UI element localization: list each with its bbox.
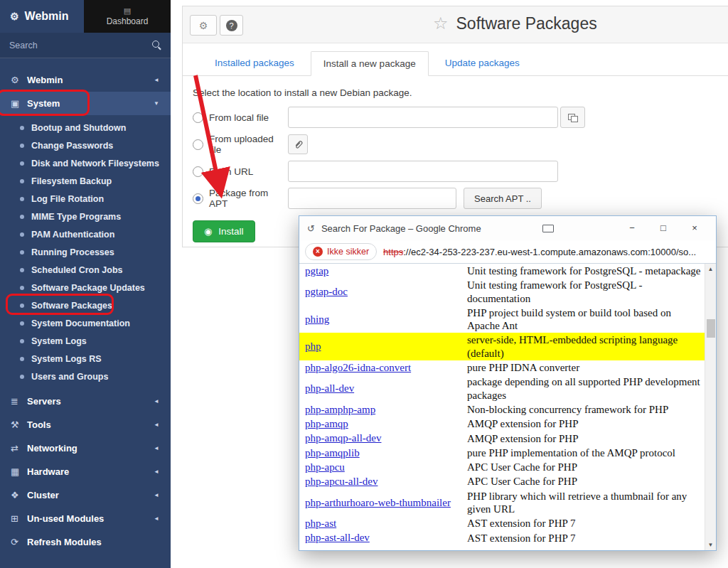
sidebar-subitem[interactable]: Running Processes: [0, 243, 171, 261]
sidebar-subitem[interactable]: System Documentation: [0, 314, 171, 332]
sidebar-subitem[interactable]: MIME Type Programs: [0, 208, 171, 225]
upload-file-button[interactable]: [288, 134, 308, 154]
bullet-icon: [20, 197, 24, 201]
bullet-icon: [20, 375, 24, 379]
package-row: php-amqplib pure PHP implementation of t…: [299, 446, 705, 460]
tools-icon: ⚒: [11, 419, 27, 430]
module-config-button[interactable]: ⚙: [190, 15, 217, 36]
tab[interactable]: Update packages: [433, 51, 532, 75]
sidebar-subitem[interactable]: Software Packages: [0, 296, 171, 314]
package-row: pgtap-doc Unit testing framework for Pos…: [299, 278, 705, 306]
package-link[interactable]: php-apcu: [305, 461, 467, 473]
sidebar-subitem[interactable]: System Logs: [0, 332, 171, 350]
sidebar-subitem[interactable]: Software Package Updates: [0, 279, 171, 296]
scrollbar[interactable]: ▲ ▼: [705, 264, 716, 550]
package-link[interactable]: phing: [305, 314, 467, 326]
help-button[interactable]: ?: [220, 15, 243, 36]
package-description: PHP library which will retrieve a thumbn…: [467, 490, 702, 516]
gear-icon: ⚙: [199, 20, 208, 31]
sidebar-subitem[interactable]: Change Passwords: [0, 136, 171, 154]
sidebar-subitem[interactable]: PAM Authentication: [0, 225, 171, 243]
sidebar-item[interactable]: ⊞ Un-used Modules ◄: [0, 507, 171, 530]
package-link[interactable]: php-amqp: [305, 418, 467, 430]
sidebar-item[interactable]: ≣ Servers ◄: [0, 390, 171, 413]
sidebar-subitem[interactable]: Log File Rotation: [0, 190, 171, 208]
tab[interactable]: Install a new package: [311, 51, 429, 76]
sidebar-subitem[interactable]: Filesystem Backup: [0, 172, 171, 190]
package-description: AMQP extension for PHP: [467, 432, 702, 445]
radio-from-local-file[interactable]: [193, 112, 203, 123]
search-apt-button[interactable]: Search APT ..: [464, 188, 542, 209]
local-file-input[interactable]: [288, 107, 558, 128]
sidebar-item[interactable]: ⟳ Refresh Modules ◄: [0, 530, 171, 554]
brand-label: Webmin: [25, 10, 69, 23]
package-link[interactable]: php-amqplib: [305, 447, 467, 459]
package-link[interactable]: php: [305, 341, 467, 353]
favorite-star-icon[interactable]: ☆: [433, 14, 449, 33]
sidebar-item[interactable]: ⚒ Tools ◄: [0, 413, 171, 436]
url-scheme: https: [383, 247, 403, 257]
sidebar-item[interactable]: ▦ Hardware ◄: [0, 460, 171, 483]
webmin-brand[interactable]: ⚙ Webmin: [0, 0, 84, 33]
file-chooser-button[interactable]: [560, 107, 585, 128]
close-button[interactable]: ×: [679, 216, 710, 240]
security-chip[interactable]: × Ikke sikker: [305, 243, 377, 260]
bullet-icon: [20, 304, 24, 308]
sidebar-item-webmin[interactable]: ⚙ Webmin ◄: [0, 68, 171, 92]
package-link[interactable]: php-ast: [305, 518, 467, 530]
package-link[interactable]: pgtap-doc: [305, 286, 467, 298]
bullet-icon: [20, 357, 24, 361]
radio-from-url[interactable]: [193, 166, 203, 177]
package-link[interactable]: php-apcu-all-dev: [305, 476, 467, 488]
sidebar-subitem[interactable]: Disk and Network Filesystems: [0, 154, 171, 172]
sidebar-subitem[interactable]: Scheduled Cron Jobs: [0, 261, 171, 279]
tab[interactable]: Installed packages: [203, 51, 306, 75]
sidebar-subitem[interactable]: Users and Groups: [0, 368, 171, 385]
radio-package-from-apt[interactable]: [193, 193, 203, 204]
scrollbar-thumb[interactable]: [707, 319, 715, 338]
search-input[interactable]: [0, 33, 171, 58]
chevron-left-icon: ◄: [154, 77, 159, 83]
package-row: php-arthurhoaro-web-thumbnailer PHP libr…: [299, 489, 705, 517]
sidebar-subitem[interactable]: System Logs RS: [0, 350, 171, 368]
scroll-up-icon[interactable]: ▲: [705, 264, 716, 274]
package-row: php-ast AST extension for PHP 7: [299, 516, 705, 530]
minimize-button[interactable]: −: [616, 216, 648, 240]
sidebar-item[interactable]: ❖ Cluster ◄: [0, 483, 171, 507]
package-description: Unit testing framework for PostgreSQL - …: [467, 264, 702, 277]
sidebar-item-system[interactable]: ▣ System ▼: [0, 92, 171, 115]
url-text[interactable]: https://ec2-34-253-223-237.eu-west-1.com…: [383, 247, 696, 257]
popup-urlbar: × Ikke sikker https://ec2-34-253-223-237…: [299, 240, 716, 264]
install-button[interactable]: ◉ Install: [193, 220, 255, 242]
maximize-button[interactable]: □: [648, 216, 679, 240]
chevron-left-icon: ◄: [154, 492, 159, 498]
package-link[interactable]: php-ast-all-dev: [305, 532, 467, 544]
package-results: pgtap Unit testing framework for Postgre…: [299, 264, 716, 550]
popup-titlebar[interactable]: ↺ Search For Package – Google Chrome − □…: [299, 216, 716, 240]
form-intro: Select the location to install a new Deb…: [193, 87, 728, 98]
cluster-icon: ❖: [11, 490, 27, 500]
package-link[interactable]: pgtap: [305, 265, 467, 277]
package-description: APC User Cache for PHP: [467, 475, 702, 488]
bullet-icon: [20, 250, 24, 254]
url-input[interactable]: [288, 161, 558, 182]
bullet-icon: [20, 232, 24, 237]
scroll-down-icon[interactable]: ▼: [705, 540, 716, 550]
sidebar-subitem[interactable]: Bootup and Shutdown: [0, 119, 171, 136]
apt-package-input[interactable]: [288, 188, 456, 209]
package-link[interactable]: php-amphp-amp: [305, 404, 467, 416]
radio-from-uploaded-file[interactable]: [193, 139, 203, 150]
bullet-icon: [20, 321, 24, 326]
sidebar-menu: ⚙ Webmin ◄ ▣ System ▼ Bootup and Shutdow…: [0, 68, 171, 554]
dashboard-tab[interactable]: ▤ Dashboard: [84, 0, 171, 33]
package-description: AST extension for PHP 7: [467, 532, 702, 545]
search-icon[interactable]: [152, 41, 161, 50]
display-icon: [542, 225, 554, 232]
package-row: php-ast-all-dev AST extension for PHP 7: [299, 531, 705, 545]
package-link[interactable]: php-algo26-idna-convert: [305, 362, 467, 374]
package-row: php-algo26-idna-convert pure PHP IDNA co…: [299, 360, 705, 375]
package-link[interactable]: php-arthurhoaro-web-thumbnailer: [305, 497, 467, 509]
sidebar-item[interactable]: ⇄ Networking ◄: [0, 436, 171, 460]
package-link[interactable]: php-all-dev: [305, 382, 467, 395]
package-link[interactable]: php-amqp-all-dev: [305, 432, 467, 444]
